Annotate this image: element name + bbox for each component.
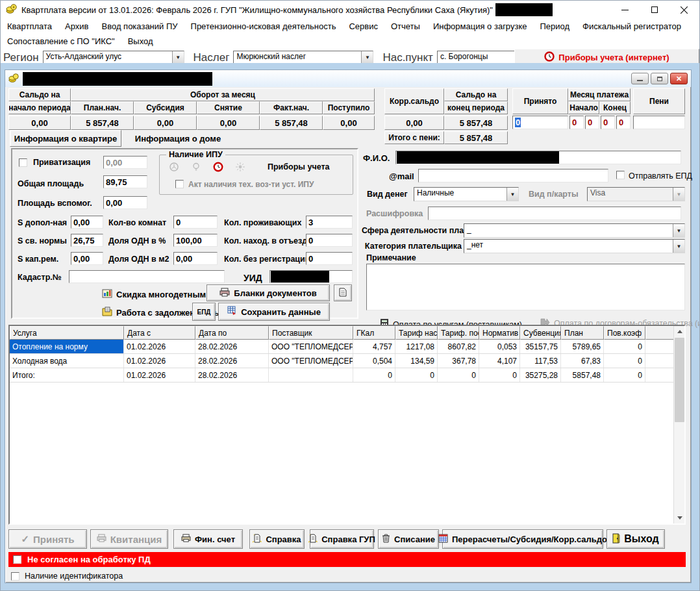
note-textarea[interactable] — [366, 264, 685, 310]
services-header-row: Услуга Дата с Дата по Поставщик ГКал Тар… — [10, 326, 684, 340]
cell: 5789,65 — [561, 340, 604, 353]
table-row-heating[interactable]: Отопление на норму 01.02.2026 28.02.2026… — [10, 340, 684, 354]
month-end-2-input[interactable] — [616, 116, 631, 129]
s-add-input[interactable] — [71, 216, 103, 229]
identifier-checkbox[interactable] — [11, 572, 19, 581]
away-input[interactable] — [306, 234, 353, 247]
category-combo[interactable]: _нет ▼ — [464, 239, 685, 253]
cell: 0 — [604, 340, 645, 353]
menu-fiscal-register[interactable]: Фискальный регистратор — [582, 21, 681, 31]
residents-input[interactable] — [306, 216, 353, 229]
peni-input[interactable] — [633, 116, 685, 129]
col-date-from[interactable]: Дата с — [124, 326, 195, 340]
col-plan[interactable]: План — [561, 326, 604, 340]
col-norm[interactable]: Норматив — [479, 326, 520, 340]
menu-service[interactable]: Сервис — [349, 21, 378, 31]
menu-claims[interactable]: Претензионно-исковая деятельность — [191, 21, 336, 31]
col-date-to[interactable]: Дата по — [195, 326, 269, 340]
menu-meter-readings[interactable]: Ввод показаний ПУ — [102, 21, 178, 31]
col-supplier[interactable]: Поставщик — [269, 326, 353, 340]
help-button[interactable]: Справка — [249, 529, 305, 549]
privatization-checkbox[interactable] — [19, 158, 27, 167]
money-type-combo[interactable]: Наличные ▼ — [414, 187, 519, 201]
col-service[interactable]: Услуга — [10, 326, 124, 340]
child-titlebar[interactable]: ✕ — [5, 70, 691, 87]
subsidy-value: 0,00 — [134, 116, 197, 130]
col-gkal[interactable]: ГКал — [353, 326, 395, 340]
table-row-cold-water[interactable]: Холодная вода 01.02.2026 28.02.2026 ООО … — [10, 354, 684, 368]
col-tariff-pop[interactable]: Тариф нас. — [395, 326, 438, 340]
aux-area-input[interactable] — [103, 196, 147, 209]
cadastre-input[interactable] — [69, 270, 225, 283]
accept-label: Принять — [33, 534, 75, 545]
epd-button[interactable]: ЕПД — [192, 303, 216, 321]
save-data-button[interactable]: Сохранить данные — [218, 303, 330, 321]
help-gup-button[interactable]: Справка ГУП — [310, 529, 374, 549]
accepted-input[interactable]: 0 — [512, 116, 568, 129]
menu-reports[interactable]: Отчеты — [391, 21, 420, 31]
unregistered-input[interactable] — [306, 252, 353, 265]
document-button[interactable] — [334, 284, 352, 301]
month-end-1-input[interactable] — [601, 116, 615, 129]
fio-input[interactable] — [395, 151, 681, 164]
maximize-button[interactable] — [640, 1, 669, 19]
close-icon: ✕ — [676, 75, 682, 82]
recalc-button[interactable]: Перерасчеты/Субсидия/Корр.сальдо — [442, 529, 603, 549]
menu-archive[interactable]: Архив — [65, 21, 88, 31]
payment-month-header: Месяц платежа — [568, 88, 631, 101]
sphere-combo[interactable]: _ ▼ — [464, 223, 685, 238]
minimize-button[interactable] — [610, 1, 640, 19]
tab-apartment-info[interactable]: Информация о квартире — [10, 130, 121, 147]
rooms-input[interactable] — [173, 216, 218, 229]
chevron-down-icon: ▼ — [673, 188, 684, 201]
privatization-label: Приватизация — [33, 158, 90, 167]
fin-account-button[interactable]: Фин. счет — [173, 529, 243, 549]
child-minimize-button[interactable] — [631, 73, 649, 84]
menu-load-info[interactable]: Информация о загрузке — [433, 21, 527, 31]
scroll-up-button[interactable] — [674, 326, 685, 337]
mail-input[interactable] — [418, 169, 608, 182]
chevron-down-icon[interactable]: ▼ — [506, 188, 518, 201]
chevron-down-icon[interactable]: ▼ — [673, 240, 684, 253]
exit-button[interactable]: Выход — [606, 529, 665, 549]
s-repair-input[interactable] — [71, 252, 103, 265]
writeoff-button[interactable]: Списание — [378, 529, 439, 549]
uid-input[interactable] — [269, 270, 353, 283]
month-start-2-input[interactable] — [585, 116, 599, 129]
s-norm-input[interactable] — [71, 234, 103, 247]
menu-iks-matching[interactable]: Сопоставление с ПО "ИКС" — [7, 36, 115, 46]
tab-house-info[interactable]: Информация о доме — [126, 130, 230, 147]
table-row-total[interactable]: Итого: 01.02.2026 28.02.2026 0 0 0 0 352… — [10, 368, 684, 383]
s-norm-label: S св. нормы — [18, 236, 67, 245]
col-tariff-supplier[interactable]: Тариф. пост — [438, 326, 479, 340]
menu-period[interactable]: Период — [540, 21, 569, 31]
odn-pct-input[interactable] — [173, 234, 218, 247]
consent-checkbox[interactable] — [13, 555, 21, 564]
send-epd-checkbox[interactable] — [616, 171, 625, 179]
scrollbar-thumb[interactable] — [675, 338, 684, 422]
menu-kvartplata[interactable]: Квартплата — [7, 21, 52, 31]
act-label: Акт наличия тех. воз-ти уст. ИПУ — [188, 180, 314, 189]
month-start-1-input[interactable] — [569, 116, 584, 129]
blanks-button[interactable]: Бланки документов — [206, 284, 330, 301]
child-close-button[interactable]: ✕ — [670, 73, 688, 84]
menu-exit[interactable]: Выход — [128, 36, 153, 46]
col-subvention[interactable]: Субвенция — [520, 326, 561, 340]
chevron-down-icon[interactable]: ▼ — [673, 224, 684, 237]
removal-value: 0,00 — [197, 116, 260, 130]
vertical-scrollbar[interactable] — [673, 326, 684, 523]
close-button[interactable] — [669, 1, 699, 19]
child-restore-button[interactable] — [651, 73, 668, 84]
chevron-down-icon[interactable]: ▼ — [361, 51, 373, 64]
col-coef[interactable]: Пов.коэф — [604, 326, 645, 340]
act-checkbox[interactable] — [175, 180, 184, 188]
privatization-input[interactable] — [103, 156, 147, 169]
grid-calendar-icon — [438, 534, 448, 545]
decode-input[interactable] — [428, 207, 681, 220]
document-sparkle-icon — [308, 533, 318, 545]
odn-m2-input[interactable] — [173, 252, 218, 265]
scroll-down-button[interactable] — [674, 512, 685, 523]
cell: ООО "ТЕПЛОМЕДСЕРВИ — [269, 354, 353, 368]
total-area-input[interactable] — [103, 175, 147, 188]
chevron-down-icon[interactable]: ▼ — [172, 51, 184, 64]
